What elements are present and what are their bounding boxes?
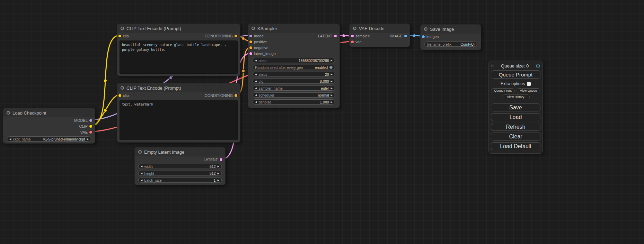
node-load-checkpoint[interactable]: Load Checkpoint MODEL CLIP VAE ◀ ckpt_na… bbox=[3, 108, 95, 144]
input-slot-clip[interactable] bbox=[118, 35, 121, 37]
decrement-arrow-icon[interactable]: ◀ bbox=[255, 80, 257, 82]
load-button[interactable]: Load bbox=[491, 113, 540, 121]
widget-value: ComfyUI bbox=[460, 42, 475, 46]
decrement-arrow-icon[interactable]: ◀ bbox=[255, 73, 257, 75]
slot-row: positive bbox=[248, 39, 339, 45]
decrement-arrow-icon[interactable]: ◀ bbox=[255, 87, 257, 89]
collapse-dot-icon[interactable] bbox=[424, 27, 427, 31]
widget-batch-size[interactable]: ◀ batch_size 1 ▶ bbox=[138, 178, 222, 183]
prompt-textarea[interactable]: text, watermark bbox=[120, 100, 238, 140]
queue-panel[interactable]: ⠿ Queue size: 0 ⚙ Queue Prompt Extra opt… bbox=[488, 61, 543, 154]
output-slot-conditioning[interactable] bbox=[235, 94, 237, 97]
node-title: CLIP Text Encode (Prompt) bbox=[126, 26, 181, 31]
increment-arrow-icon[interactable]: ▶ bbox=[218, 179, 219, 181]
input-slot-images[interactable] bbox=[422, 35, 425, 38]
widget-seed[interactable]: ◀ seed 156680208700286 ▶ bbox=[253, 58, 335, 63]
increment-arrow-icon[interactable]: ▶ bbox=[331, 59, 333, 62]
clear-button[interactable]: Clear bbox=[491, 133, 540, 141]
node-ksampler[interactable]: KSampler model LATENT positive negative bbox=[248, 24, 340, 108]
widget-value: euler bbox=[321, 86, 329, 90]
save-button[interactable]: Save bbox=[491, 103, 540, 111]
input-slot-negative[interactable] bbox=[249, 46, 252, 49]
decrement-arrow-icon[interactable]: ◀ bbox=[9, 138, 11, 140]
collapse-dot-icon[interactable] bbox=[138, 150, 142, 154]
widget-ckpt-name[interactable]: ◀ ckpt_name v1-5-pruned-emaonly.ckpt ▶ bbox=[7, 136, 91, 142]
increment-arrow-icon[interactable]: ▶ bbox=[331, 94, 333, 96]
prompt-textarea[interactable]: beautiful scenery nature glass bottle la… bbox=[120, 40, 238, 74]
refresh-button[interactable]: Refresh bbox=[491, 123, 540, 131]
input-slot-samples[interactable] bbox=[351, 35, 354, 37]
increment-arrow-icon[interactable]: ▶ bbox=[331, 87, 333, 89]
node-clip-text-encode-positive[interactable]: CLIP Text Encode (Prompt) clip CONDITION… bbox=[117, 24, 240, 76]
widget-sampler-name[interactable]: ◀ sampler_name euler ▶ bbox=[253, 85, 335, 91]
extra-options-checkbox[interactable] bbox=[527, 82, 531, 86]
load-default-button[interactable]: Load Default bbox=[491, 142, 540, 150]
output-slot-image[interactable] bbox=[404, 35, 407, 37]
input-slot-positive[interactable] bbox=[249, 40, 252, 43]
widget-value: 1 bbox=[214, 178, 216, 182]
node-title-bar[interactable]: VAE Decode bbox=[350, 24, 410, 33]
widget-steps[interactable]: ◀ steps 20 ▶ bbox=[253, 72, 335, 77]
increment-arrow-icon[interactable]: ▶ bbox=[218, 172, 219, 174]
input-slot-vae[interactable] bbox=[351, 40, 354, 43]
node-title-bar[interactable]: Save Image bbox=[421, 25, 481, 34]
output-slot-vae[interactable] bbox=[89, 131, 92, 134]
output-label: LATENT bbox=[318, 34, 332, 38]
widget-value: enabled bbox=[315, 65, 328, 70]
graph-canvas[interactable]: Load Checkpoint MODEL CLIP VAE ◀ ckpt_na… bbox=[0, 0, 644, 244]
widget-cfg[interactable]: ◀ cfg 8.000 ▶ bbox=[253, 79, 335, 84]
node-title-bar[interactable]: CLIP Text Encode (Prompt) bbox=[117, 24, 240, 33]
output-slot-conditioning[interactable] bbox=[235, 35, 237, 37]
widget-label: cfg bbox=[258, 79, 263, 83]
node-title-bar[interactable]: Load Checkpoint bbox=[3, 108, 95, 117]
view-history-button[interactable]: View History bbox=[502, 94, 530, 99]
increment-arrow-icon[interactable]: ▶ bbox=[218, 165, 219, 168]
output-slot-clip[interactable] bbox=[89, 125, 92, 128]
settings-gear-icon[interactable]: ⚙ bbox=[536, 63, 540, 69]
slot-row: clip CONDITIONING bbox=[117, 92, 240, 98]
input-slot-latent-image[interactable] bbox=[249, 52, 252, 55]
input-slot-clip[interactable] bbox=[118, 94, 121, 97]
increment-arrow-icon[interactable]: ▶ bbox=[331, 73, 333, 75]
decrement-arrow-icon[interactable]: ◀ bbox=[141, 172, 142, 174]
node-title-bar[interactable]: Empty Latent Image bbox=[135, 147, 225, 156]
collapse-dot-icon[interactable] bbox=[121, 27, 124, 30]
widget-value: v1-5-pruned-emaonly.ckpt bbox=[43, 137, 85, 141]
widget-height[interactable]: ◀ height 512 ▶ bbox=[138, 171, 222, 176]
decrement-arrow-icon[interactable]: ◀ bbox=[255, 59, 257, 62]
node-title-bar[interactable]: CLIP Text Encode (Prompt) bbox=[117, 83, 240, 92]
slot-row: MODEL bbox=[3, 117, 95, 123]
widget-random-seed-toggle[interactable]: Random seed after every gen enabled bbox=[253, 65, 335, 70]
queue-prompt-button[interactable]: Queue Prompt bbox=[491, 70, 540, 79]
decrement-arrow-icon[interactable]: ◀ bbox=[141, 179, 142, 181]
widget-width[interactable]: ◀ width 512 ▶ bbox=[138, 164, 222, 169]
toggle-knob-icon[interactable] bbox=[329, 66, 333, 69]
increment-arrow-icon[interactable]: ▶ bbox=[331, 101, 333, 103]
input-label: samples bbox=[355, 34, 370, 38]
drag-handle-icon[interactable]: ⠿ bbox=[491, 63, 494, 68]
widget-filename-prefix[interactable]: filename_prefix ComfyUI bbox=[424, 42, 477, 47]
increment-arrow-icon[interactable]: ▶ bbox=[87, 138, 89, 140]
node-clip-text-encode-negative[interactable]: CLIP Text Encode (Prompt) clip CONDITION… bbox=[117, 83, 240, 143]
node-title-bar[interactable]: KSampler bbox=[248, 24, 339, 33]
output-slot-latent[interactable] bbox=[220, 158, 222, 161]
increment-arrow-icon[interactable]: ▶ bbox=[331, 80, 333, 82]
decrement-arrow-icon[interactable]: ◀ bbox=[255, 101, 257, 103]
input-slot-model[interactable] bbox=[249, 35, 252, 37]
collapse-dot-icon[interactable] bbox=[7, 111, 10, 115]
widget-scheduler[interactable]: ◀ scheduler normal ▶ bbox=[253, 92, 335, 98]
queue-front-button[interactable]: Queue Front bbox=[491, 88, 515, 93]
collapse-dot-icon[interactable] bbox=[252, 27, 255, 30]
node-save-image[interactable]: Save Image images filename_prefix ComfyU… bbox=[420, 24, 481, 50]
output-slot-model[interactable] bbox=[89, 119, 92, 122]
node-empty-latent-image[interactable]: Empty Latent Image LATENT ◀ width 512 ▶ … bbox=[134, 147, 226, 185]
node-vae-decode[interactable]: VAE Decode samples IMAGE vae bbox=[349, 24, 410, 47]
view-queue-button[interactable]: View Queue bbox=[517, 88, 540, 93]
decrement-arrow-icon[interactable]: ◀ bbox=[255, 94, 257, 96]
decrement-arrow-icon[interactable]: ◀ bbox=[141, 165, 142, 168]
collapse-dot-icon[interactable] bbox=[121, 86, 124, 90]
widget-denoise[interactable]: ◀ denoise 1.000 ▶ bbox=[253, 99, 335, 105]
output-slot-latent[interactable] bbox=[334, 35, 337, 37]
widget-label: denoise bbox=[258, 100, 271, 104]
collapse-dot-icon[interactable] bbox=[353, 27, 356, 30]
